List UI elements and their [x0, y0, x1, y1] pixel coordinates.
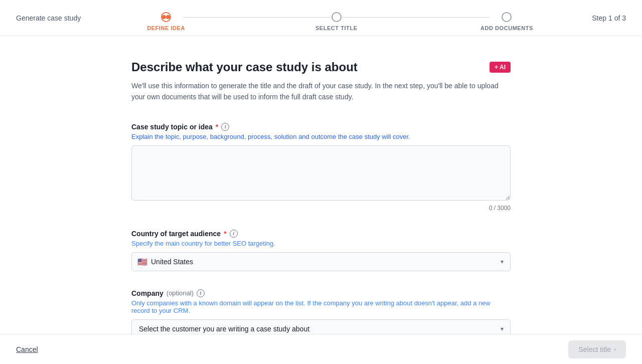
ai-badge: + AI	[490, 62, 511, 73]
cancel-button[interactable]: Cancel	[16, 345, 38, 353]
ai-badge-label: + AI	[495, 64, 506, 71]
topic-required: *	[216, 123, 218, 131]
select-title-button[interactable]: Select title ›	[568, 340, 626, 358]
company-hint: Only companies with a known domain will …	[131, 299, 511, 314]
topic-label-text: Case study topic or idea	[131, 123, 213, 131]
step-2-circle	[332, 12, 342, 22]
company-label-text: Company	[131, 289, 164, 297]
company-field-section: Company (optional) i Only companies with…	[131, 289, 511, 338]
country-select-wrapper: 🇺🇸 United States United Kingdom Canada A…	[131, 252, 511, 271]
step-indicator: Step 1 of 3	[592, 14, 626, 22]
topic-textarea[interactable]	[131, 145, 511, 201]
step-add-documents: ADD DOCUMENTS	[422, 12, 592, 31]
page-description: We'll use this information to generate t…	[131, 80, 511, 103]
country-hint: Specify the main country for better SEO …	[131, 240, 511, 247]
country-info-icon[interactable]: i	[230, 230, 238, 238]
step-3-circle	[502, 12, 512, 22]
stepper: DEFINE IDEA SELECT TITLE ADD DOCUMENTS	[81, 5, 592, 31]
main-content: Describe what your case study is about +…	[115, 36, 527, 364]
topic-field-section: Case study topic or idea * i Explain the…	[131, 123, 511, 212]
next-chevron-right-icon: ›	[614, 346, 616, 353]
company-optional: (optional)	[167, 289, 194, 297]
topic-char-count: 0 / 3000	[131, 205, 511, 212]
page-title: Describe what your case study is about	[131, 60, 358, 74]
page-heading: Describe what your case study is about +…	[131, 60, 511, 74]
step-1-label: DEFINE IDEA	[147, 25, 185, 31]
country-required: *	[224, 230, 226, 238]
header: Generate case study DEFINE IDEA SELECT T…	[0, 0, 642, 36]
country-select[interactable]: United States United Kingdom Canada Aust…	[131, 252, 511, 271]
country-field-section: Country of target audience * i Specify t…	[131, 230, 511, 271]
topic-hint: Explain the topic, purpose, background, …	[131, 133, 511, 140]
step-2-label: SELECT TITLE	[315, 25, 358, 31]
next-button-label: Select title	[578, 345, 611, 353]
step-define-idea: DEFINE IDEA	[81, 12, 251, 31]
step-1-circle	[161, 12, 171, 22]
step-select-title: SELECT TITLE	[251, 12, 422, 31]
app-title: Generate case study	[16, 14, 81, 22]
company-info-icon[interactable]: i	[197, 289, 205, 297]
footer: Cancel Select title ›	[0, 334, 642, 364]
step-3-label: ADD DOCUMENTS	[480, 25, 533, 31]
topic-info-icon[interactable]: i	[221, 123, 229, 131]
country-label: Country of target audience * i	[131, 230, 511, 238]
company-label: Company (optional) i	[131, 289, 511, 297]
country-label-text: Country of target audience	[131, 230, 221, 238]
topic-label: Case study topic or idea * i	[131, 123, 511, 131]
